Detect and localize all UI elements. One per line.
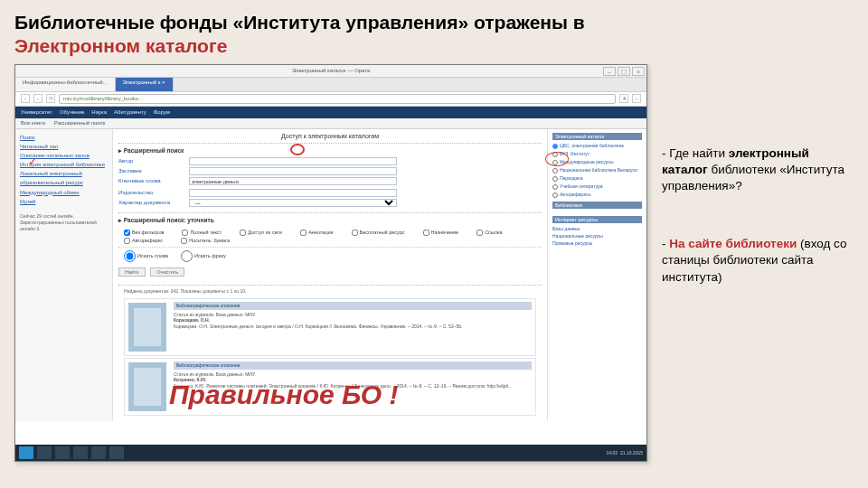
tray-date: 21.10.2015	[620, 450, 643, 455]
author-input[interactable]	[189, 157, 397, 165]
nav-item[interactable]: Университет	[21, 109, 52, 115]
check-item[interactable]: Полный текст	[182, 230, 222, 236]
url-bar: ‹ › ⟳ miu.by/rus/library/library_books… …	[15, 92, 646, 107]
slide-title: Библиотечные фонды «Института управления…	[14, 11, 854, 59]
search-button[interactable]: Найти	[118, 267, 146, 277]
author-label: Автор	[118, 158, 189, 164]
card-line1: Статья из журнала. База данных: МИУ.	[174, 312, 532, 318]
button-row: Найти Очистить	[118, 265, 542, 279]
home-icon[interactable]: ⌂	[632, 94, 641, 103]
task-icon[interactable]	[109, 446, 124, 459]
radio-item[interactable]: Искать фразу	[181, 250, 226, 262]
crumb[interactable]: Расширенный поиск	[54, 120, 106, 126]
results: Найдено документов: 242. Показаны докуме…	[118, 285, 542, 417]
doctype-select[interactable]: —	[189, 199, 397, 207]
card-desc: Катренко, К.Ю. Развитие системы платежей…	[174, 383, 532, 389]
rbox-item[interactable]: Международные ресурсы	[552, 159, 642, 165]
main-panel: Доступ к электронным каталогам ▸ Расшире…	[113, 129, 547, 422]
nav-item[interactable]: Абитуриенту	[114, 109, 146, 115]
nav-item[interactable]: Обучение	[60, 109, 84, 115]
sidebar-item[interactable]: Поиск	[20, 133, 108, 142]
minimize-icon[interactable]: –	[603, 67, 616, 76]
annotation: - Где найти электронный каталог библиоте…	[662, 64, 852, 286]
task-icon[interactable]	[55, 446, 70, 459]
answer-lead: На сайте библиотеки	[669, 237, 797, 250]
maximize-icon[interactable]: ☐	[618, 67, 630, 76]
window-title: Электронный каталог — Opera	[292, 68, 370, 73]
rbox-item[interactable]: Учебная литература	[552, 183, 642, 190]
tab-1[interactable]: Информационно-библиотечный...	[15, 78, 116, 91]
nav-item[interactable]: Наука	[91, 109, 107, 115]
filter-checks: Без фильтров Полный текст Доступ из сети…	[118, 227, 542, 247]
check-item[interactable]: Ссылка	[476, 230, 502, 236]
section-header-2: ▸ Расширенный поиск: уточнить	[118, 217, 542, 224]
rbox-item[interactable]: ВУЗ. Институт	[552, 151, 642, 157]
check-item[interactable]: Носитель: бумага	[181, 238, 230, 244]
rbox-item[interactable]: Национальная библиотека Беларуси	[552, 167, 642, 174]
site-navbar: Университет Обучение Наука Абитуриенту Ф…	[15, 107, 646, 118]
keywords-input[interactable]: электронные деньги	[189, 177, 397, 185]
publisher-input[interactable]	[189, 189, 397, 197]
sidebar: Поиск Читальный зал Описание читальных з…	[15, 129, 113, 422]
annotation-question: - Где найти электронный каталог библиоте…	[662, 145, 852, 195]
online-note: Сейчас 29 гостей онлайн. Зарегистрирован…	[20, 213, 108, 232]
check-item[interactable]: Без фильтров	[124, 230, 164, 236]
sidebar-item[interactable]: Локальный электронный образовательный ре…	[20, 169, 108, 187]
title-line2: Электронном каталоге	[14, 35, 227, 56]
crumb[interactable]: Все книги	[21, 120, 45, 126]
task-icon[interactable]	[91, 446, 106, 459]
reload-icon[interactable]: ⟳	[46, 94, 55, 103]
card-desc: Коржицкая, О.Н. Электронные деньги: сего…	[174, 324, 532, 330]
close-icon[interactable]: ×	[632, 67, 645, 76]
task-icon[interactable]	[73, 446, 88, 459]
tab-2[interactable]: Электронный к ×	[116, 78, 174, 91]
check-item[interactable]: Аннотация	[300, 230, 333, 236]
result-card: Библиографическое описание Статья из жур…	[124, 358, 536, 416]
bookmark-icon[interactable]: ★	[619, 94, 628, 103]
task-icon[interactable]	[37, 446, 52, 459]
systray: 14:02 21.10.2015	[606, 450, 643, 455]
rbox-item[interactable]: ЦБС, электронная библиотека	[552, 143, 642, 149]
browser-tabs: Информационно-библиотечный... Электронны…	[15, 78, 646, 92]
start-button[interactable]	[19, 446, 33, 459]
title-label: Заглавие	[118, 168, 189, 174]
keywords-label: Ключевые слова	[118, 178, 189, 183]
back-icon[interactable]: ‹	[21, 94, 30, 103]
url-field[interactable]: miu.by/rus/library/library_books…	[59, 94, 616, 104]
card-line1: Статья из журнала. База данных: МИУ.	[174, 371, 532, 378]
search-mode-radios: Искать слова Искать фразу	[118, 247, 542, 265]
check-item[interactable]: Доступ из сети	[240, 230, 282, 236]
rbox-header: Библиотеки	[552, 202, 642, 209]
book-thumb	[128, 362, 166, 411]
sidebar-item[interactable]: Международный обмен	[20, 188, 108, 197]
rbox-item[interactable]: Периодика	[552, 175, 642, 182]
rbox-item[interactable]: Национальные ресурсы	[552, 233, 642, 239]
card-header: Библиографическое описание	[174, 361, 532, 370]
nav-item[interactable]: Форум	[154, 109, 170, 115]
sidebar-item[interactable]: Описание читальных залов	[20, 151, 108, 160]
clear-button[interactable]: Очистить	[150, 267, 184, 277]
title-line1: Библиотечные фонды «Института управления…	[14, 12, 585, 33]
title-input[interactable]	[189, 167, 397, 175]
rbox-item[interactable]: Авторефераты	[552, 192, 642, 198]
sidebar-item[interactable]: Музей	[20, 197, 108, 206]
question-text: Где найти электронный каталог библиотеки…	[662, 146, 844, 192]
book-thumb	[128, 303, 166, 352]
rbox-item[interactable]: Правовые ресурсы	[552, 240, 642, 246]
sidebar-item[interactable]: Читальный зал	[20, 142, 108, 151]
check-item[interactable]: Назначение	[423, 230, 459, 236]
card-author: Коржицкая, О.Н.	[174, 317, 210, 323]
check-item[interactable]: Автореферат	[124, 238, 163, 244]
publisher-label: Издательство	[118, 190, 189, 195]
breadcrumb: Все книги Расширенный поиск	[15, 118, 646, 129]
sidebar-item[interactable]: История электронной библиотеки	[20, 160, 108, 169]
doctype-label: Характер документа	[118, 200, 189, 205]
result-card: Библиографическое описание Статья из жур…	[124, 298, 536, 356]
forward-icon[interactable]: ›	[33, 94, 42, 103]
card-author: Катренко, К.Ю.	[174, 377, 206, 382]
radio-item[interactable]: Искать слова	[124, 250, 168, 262]
rbox-item[interactable]: Базы данных	[552, 226, 642, 231]
results-count: Найдено документов: 242. Показаны докуме…	[118, 286, 542, 297]
check-item[interactable]: Бесплатный ресурс	[352, 230, 405, 236]
section-header: ▸ Расширенный поиск	[118, 147, 542, 155]
